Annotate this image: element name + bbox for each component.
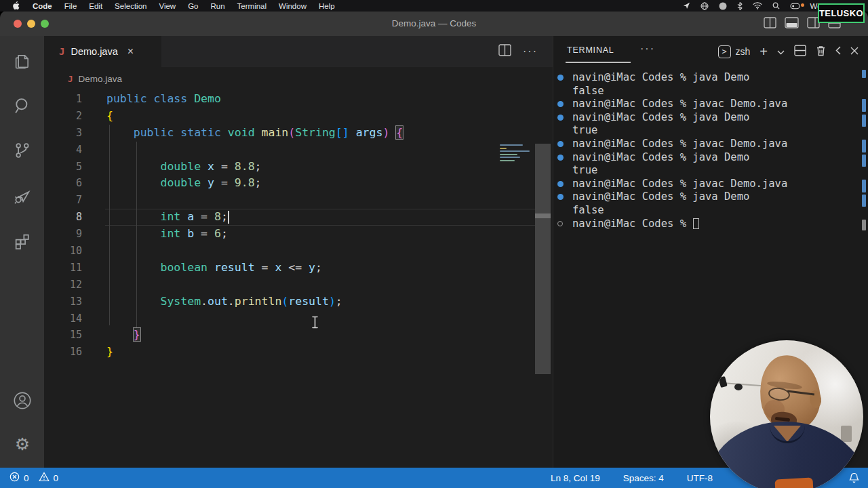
terminal-line[interactable]: true xyxy=(553,164,860,178)
split-terminal-icon[interactable] xyxy=(794,45,806,59)
editor-scrollbar[interactable] xyxy=(535,144,551,374)
apple-menu-icon[interactable] xyxy=(12,1,20,10)
toggle-panel-layout-icon[interactable] xyxy=(764,17,776,28)
control-center-icon[interactable] xyxy=(790,3,800,9)
menu-item-view[interactable]: View xyxy=(153,2,182,10)
settings-gear-icon[interactable]: ⚙ xyxy=(13,435,32,454)
globe-icon[interactable] xyxy=(701,2,709,10)
code-line[interactable]: 7 xyxy=(44,192,553,209)
notifications-bell-icon[interactable] xyxy=(849,472,859,485)
java-file-icon: J xyxy=(59,46,64,57)
new-terminal-icon[interactable]: + xyxy=(760,44,768,60)
extensions-icon[interactable] xyxy=(13,232,32,251)
code-line[interactable]: 2{ xyxy=(44,108,553,125)
line-number: 13 xyxy=(44,293,106,310)
spotlight-icon[interactable] xyxy=(772,2,780,9)
tab-demo-java[interactable]: J Demo.java × xyxy=(44,36,161,67)
command-decoration-dot xyxy=(557,75,564,81)
terminal-line[interactable]: navin@iMac Codes % javac Demo.java xyxy=(553,98,860,111)
code-line[interactable]: 13 System.out.println(result); xyxy=(44,293,553,310)
code-line[interactable]: 3 public static void main(String[] args)… xyxy=(44,125,553,142)
code-line[interactable]: 10 xyxy=(44,243,553,260)
tab-close-icon[interactable]: × xyxy=(127,45,134,58)
terminal-output[interactable]: navin@iMac Codes % java Demofalsenavin@i… xyxy=(553,71,860,230)
webcam-overlay xyxy=(710,340,863,488)
menu-item-terminal[interactable]: Terminal xyxy=(231,2,273,10)
code-editor[interactable]: 1public class Demo2{3 public static void… xyxy=(44,91,553,468)
run-debug-icon[interactable] xyxy=(13,186,32,205)
terminal-line[interactable]: navin@iMac Codes % java Demo xyxy=(553,190,860,204)
menu-item-help[interactable]: Help xyxy=(313,2,341,10)
account-icon[interactable] xyxy=(13,391,32,410)
line-number: 2 xyxy=(44,108,106,125)
tab-terminal[interactable]: TERMINAL xyxy=(567,45,614,55)
bluetooth-icon[interactable] xyxy=(737,2,743,10)
overview-ruler-mark xyxy=(862,155,866,167)
code-line[interactable]: 1public class Demo xyxy=(44,91,553,108)
breadcrumb-file-label[interactable]: Demo.java xyxy=(79,74,123,84)
line-number: 3 xyxy=(44,125,106,142)
wifi-icon[interactable] xyxy=(753,2,762,9)
menu-item-selection[interactable]: Selection xyxy=(108,2,153,10)
terminal-line[interactable]: navin@iMac Codes % java Demo xyxy=(553,151,860,165)
menu-item-window[interactable]: Window xyxy=(273,2,313,10)
code-line[interactable]: 4 xyxy=(44,142,553,159)
kill-terminal-trash-icon[interactable] xyxy=(816,45,826,59)
code-line[interactable]: 5 double x = 8.8; xyxy=(44,159,553,176)
warnings-icon xyxy=(39,472,50,484)
terminal-line[interactable]: navin@iMac Codes % java Demo xyxy=(553,71,860,85)
command-decoration-dot xyxy=(557,101,564,107)
shell-selector[interactable]: > zsh xyxy=(718,45,751,58)
code-text: System.out.println(result); xyxy=(106,293,342,310)
line-number: 12 xyxy=(44,277,106,293)
launch-profile-chevron-icon[interactable] xyxy=(777,45,785,58)
code-line[interactable]: 15 } xyxy=(44,327,553,344)
terminal-line[interactable]: true xyxy=(553,124,860,138)
terminal-line[interactable]: navin@iMac Codes % javac Demo.java xyxy=(553,138,860,151)
active-panel-underline xyxy=(566,62,631,63)
command-decoration-dot xyxy=(557,115,564,121)
code-text: double x = 8.8; xyxy=(106,159,262,176)
code-line[interactable]: 11 boolean result = x <= y; xyxy=(44,260,553,277)
wall-object xyxy=(734,384,743,390)
code-line[interactable]: 14 xyxy=(44,310,553,327)
close-panel-icon[interactable] xyxy=(850,45,859,58)
window-title: Demo.java — Codes xyxy=(0,18,868,28)
menu-item-code[interactable]: Code xyxy=(26,2,58,10)
code-text: public class Demo xyxy=(106,91,221,108)
activity-bar: ⚙ xyxy=(0,36,44,468)
terminal-line[interactable]: navin@iMac Codes % javac Demo.java xyxy=(553,178,860,191)
menu-item-go[interactable]: Go xyxy=(182,2,204,10)
code-line[interactable]: 9 int b = 6; xyxy=(44,226,553,243)
menu-item-edit[interactable]: Edit xyxy=(83,2,108,10)
indentation-status[interactable]: Spaces: 4 xyxy=(623,473,664,483)
editor-more-actions-icon[interactable]: ··· xyxy=(523,45,538,58)
location-icon[interactable] xyxy=(683,2,690,9)
line-number: 14 xyxy=(44,310,106,327)
window-title-bar[interactable]: Demo.java — Codes xyxy=(0,11,868,36)
siri-icon[interactable] xyxy=(719,2,727,10)
cursor-position-status[interactable]: Ln 8, Col 19 xyxy=(551,473,600,483)
code-line[interactable]: 6 double y = 9.8; xyxy=(44,175,553,192)
code-line[interactable]: 12 xyxy=(44,277,553,293)
overview-ruler-mark xyxy=(862,220,866,230)
terminal-line[interactable]: navin@iMac Codes % java Demo xyxy=(553,111,860,125)
menu-item-file[interactable]: File xyxy=(58,2,83,10)
split-editor-icon[interactable] xyxy=(498,44,511,59)
terminal-line[interactable]: navin@iMac Codes % xyxy=(553,218,860,231)
panel-more-actions-icon[interactable]: ··· xyxy=(640,43,655,55)
breadcrumb[interactable]: J Demo.java xyxy=(44,67,553,91)
explorer-icon[interactable] xyxy=(13,52,32,70)
terminal-line[interactable]: false xyxy=(553,204,860,218)
code-line[interactable]: 8 int a = 8; xyxy=(44,209,553,226)
encoding-status[interactable]: UTF-8 xyxy=(687,473,713,483)
problems-status[interactable]: 0 0 xyxy=(9,468,64,488)
minimap[interactable] xyxy=(500,144,531,169)
terminal-line[interactable]: false xyxy=(553,85,860,98)
toggle-bottom-panel-icon[interactable] xyxy=(785,17,799,28)
code-line[interactable]: 16} xyxy=(44,344,553,361)
source-control-icon[interactable] xyxy=(13,141,32,160)
menu-item-run[interactable]: Run xyxy=(204,2,231,10)
search-icon[interactable] xyxy=(13,96,32,115)
panel-chevron-left-icon[interactable] xyxy=(835,45,841,58)
